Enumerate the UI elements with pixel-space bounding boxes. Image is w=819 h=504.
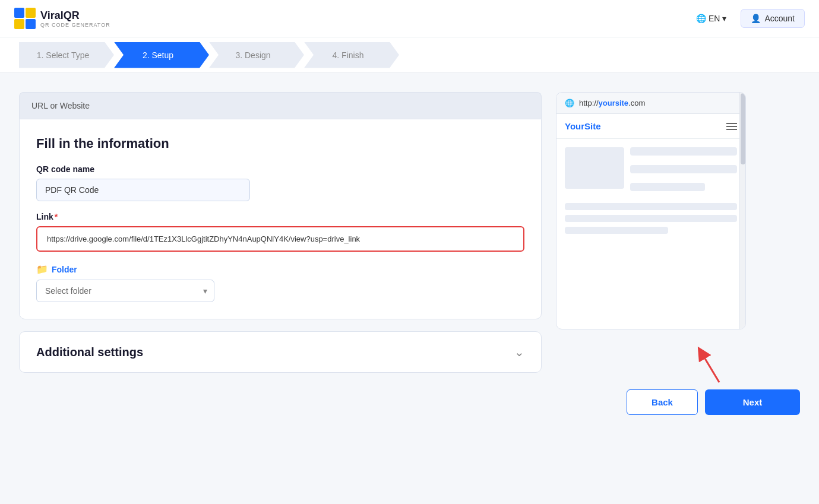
- logo: ViralQR QR Code Generator: [14, 8, 110, 29]
- additional-settings[interactable]: Additional settings ⌄: [19, 331, 542, 373]
- step-2-label: 2. Setup: [143, 50, 173, 60]
- logo-sq-yellow-bl: [14, 19, 24, 29]
- logo-sq-blue-tl: [14, 8, 24, 18]
- section-header: URL or Website: [19, 92, 542, 119]
- folder-field-group: 📁 Folder Select folder ▾: [36, 264, 524, 302]
- header: ViralQR QR Code Generator 🌐 EN ▾ 👤 Accou…: [0, 0, 819, 37]
- hamburger-icon: [726, 123, 737, 130]
- url-tld: .com: [628, 99, 645, 107]
- folder-label: 📁 Folder: [36, 264, 524, 275]
- header-right: 🌐 EN ▾ 👤 Account: [696, 9, 805, 28]
- left-panel: URL or Website Fill in the information Q…: [19, 92, 542, 373]
- required-indicator: *: [55, 212, 58, 221]
- link-input[interactable]: [39, 229, 522, 249]
- logo-sq-yellow-tr: [26, 8, 36, 18]
- globe-icon: 🌐: [696, 14, 706, 23]
- step-4-label: 4. Finish: [333, 50, 364, 60]
- user-icon: 👤: [751, 14, 761, 23]
- globe-icon: 🌐: [565, 99, 574, 107]
- bottom-actions: Back Next: [0, 375, 819, 429]
- logo-name: ViralQR: [40, 9, 110, 22]
- step-finish[interactable]: 4. Finish: [304, 42, 399, 68]
- step-3-label: 3. Design: [235, 50, 270, 60]
- qr-name-input[interactable]: [36, 179, 250, 201]
- main-layout: URL or Website Fill in the information Q…: [0, 73, 819, 373]
- qr-name-label: QR code name: [36, 164, 524, 174]
- scrollbar-thumb[interactable]: [741, 93, 745, 164]
- preview-line-5: [565, 215, 737, 222]
- preview-url-bar: 🌐 http://yoursite.com: [556, 93, 745, 114]
- preview-text-line-2: [630, 165, 737, 173]
- preview-panel: 🌐 http://yoursite.com YourSite: [556, 92, 746, 329]
- logo-text: ViralQR QR Code Generator: [40, 9, 110, 28]
- link-input-wrapper: [36, 226, 524, 252]
- chevron-down-icon: ▾: [722, 14, 726, 23]
- step-select-type[interactable]: 1. Select Type: [19, 42, 114, 68]
- url-protocol: http://: [579, 99, 599, 107]
- preview-site-name: YourSite: [565, 121, 601, 131]
- logo-sq-blue-br: [26, 19, 36, 29]
- additional-settings-title: Additional settings: [36, 345, 143, 359]
- logo-subtitle: QR Code Generator: [40, 22, 110, 28]
- form-title: Fill in the information: [36, 136, 524, 151]
- right-panel: 🌐 http://yoursite.com YourSite: [556, 92, 746, 329]
- stepper: 1. Select Type 2. Setup 3. Design 4. Fin…: [0, 37, 819, 73]
- chevron-down-icon: ⌄: [514, 345, 524, 359]
- url-site: yoursite: [599, 99, 629, 107]
- section-title: URL or Website: [31, 101, 90, 110]
- back-button[interactable]: Back: [627, 389, 698, 415]
- folder-select[interactable]: Select folder: [36, 280, 214, 302]
- scrollbar-track[interactable]: [739, 93, 745, 329]
- preview-line-4: [565, 203, 737, 210]
- logo-icon: [14, 8, 36, 29]
- step-setup[interactable]: 2. Setup: [114, 42, 209, 68]
- preview-text-line-3: [630, 183, 705, 191]
- preview-url: http://yoursite.com: [579, 99, 645, 107]
- qr-name-field-group: QR code name: [36, 164, 524, 201]
- step-1-label: 1. Select Type: [37, 50, 89, 60]
- next-button[interactable]: Next: [705, 389, 800, 415]
- preview-image-block: [565, 147, 624, 189]
- preview-site-header: YourSite: [556, 114, 745, 139]
- language-label: EN: [709, 14, 720, 23]
- link-field-group: Link*: [36, 212, 524, 252]
- preview-content: [556, 139, 745, 248]
- preview-text-line-1: [630, 147, 737, 156]
- language-button[interactable]: 🌐 EN ▾: [696, 14, 726, 23]
- link-label: Link*: [36, 212, 524, 221]
- folder-icon: 📁: [36, 264, 48, 275]
- bottom-actions-container: Back Next: [0, 375, 819, 429]
- folder-select-wrapper: Select folder ▾: [36, 280, 214, 302]
- account-label: Account: [764, 14, 795, 23]
- step-design[interactable]: 3. Design: [209, 42, 304, 68]
- form-card: Fill in the information QR code name Lin…: [19, 119, 542, 319]
- preview-line-6: [565, 227, 668, 234]
- preview-text-blocks: [630, 147, 737, 197]
- account-button[interactable]: 👤 Account: [741, 9, 805, 28]
